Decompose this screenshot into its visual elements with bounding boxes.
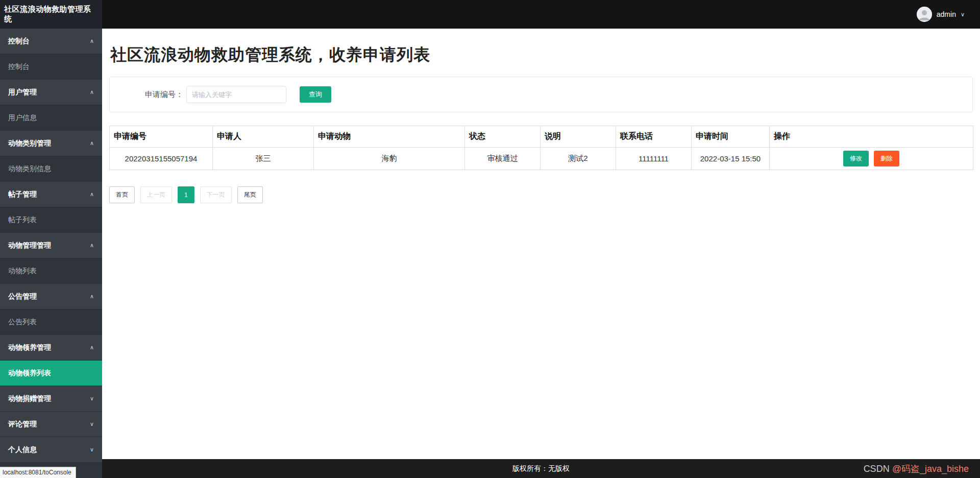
sidebar-group[interactable]: 用户管理∧ — [0, 80, 102, 105]
chevron-up-icon: ∧ — [90, 191, 94, 198]
column-header: 说明 — [541, 126, 616, 148]
sidebar-group-label: 帖子管理 — [8, 190, 37, 199]
copyright-text: 版权所有：无版权 — [512, 464, 570, 473]
sidebar-group-label: 动物类别管理 — [8, 139, 51, 148]
sidebar-group[interactable]: 评论管理∨ — [0, 412, 102, 437]
column-header: 联系电话 — [616, 126, 692, 148]
chevron-down-icon: ∨ — [90, 421, 94, 427]
main-content: 社区流浪动物救助管理系统，收养申请列表 申请编号： 查询 申请编号申请人申请动物… — [102, 29, 980, 459]
table-cell: 2022-03-15 15:50 — [692, 148, 770, 170]
page-button-nav[interactable]: 尾页 — [237, 186, 263, 203]
page-button-nav[interactable]: 下一页 — [200, 186, 232, 203]
page-button-nav[interactable]: 首页 — [109, 186, 135, 203]
chevron-up-icon: ∧ — [90, 38, 94, 44]
chevron-up-icon: ∧ — [90, 293, 94, 300]
sidebar-group-label: 控制台 — [8, 37, 30, 46]
search-button[interactable]: 查询 — [300, 86, 331, 103]
watermark: CSDN @码盗_java_bishe — [864, 463, 969, 475]
sidebar-group-label: 动物捐赠管理 — [8, 394, 51, 403]
table-cell: 11111111 — [616, 148, 692, 170]
sidebar-group-label: 用户管理 — [8, 88, 37, 97]
sidebar-group[interactable]: 动物类别管理∧ — [0, 131, 102, 156]
search-label: 申请编号： — [120, 90, 186, 100]
avatar[interactable] — [917, 7, 932, 22]
page-button-nav[interactable]: 上一页 — [140, 186, 172, 203]
column-header: 状态 — [465, 126, 541, 148]
search-input[interactable] — [186, 86, 286, 103]
sidebar-item[interactable]: 公告列表 — [0, 309, 102, 335]
column-header: 申请人 — [213, 126, 314, 148]
watermark-handle: @码盗_java_bishe — [892, 464, 969, 474]
column-header: 申请动物 — [314, 126, 465, 148]
sidebar-item[interactable]: 帖子列表 — [0, 207, 102, 233]
actions-cell: 修改删除 — [770, 148, 973, 170]
topbar: 社区流浪动物救助管理系统 admin ∨ — [0, 0, 980, 29]
sidebar-group[interactable]: 动物领养管理∧ — [0, 335, 102, 361]
table-cell: 审核通过 — [465, 148, 541, 170]
search-panel: 申请编号： 查询 — [109, 77, 973, 112]
page-title: 社区流浪动物救助管理系统，收养申请列表 — [110, 44, 973, 66]
sidebar-group[interactable]: 公告管理∧ — [0, 284, 102, 309]
sidebar-group[interactable]: 个人信息∨ — [0, 437, 102, 463]
column-header: 申请时间 — [692, 126, 770, 148]
chevron-up-icon: ∧ — [90, 140, 94, 147]
chevron-up-icon: ∧ — [90, 242, 94, 249]
chevron-down-icon: ∨ — [961, 11, 965, 18]
applications-table: 申请编号申请人申请动物状态说明联系电话申请时间操作 20220315155057… — [109, 126, 973, 170]
chevron-up-icon: ∧ — [90, 89, 94, 95]
chevron-down-icon: ∨ — [90, 446, 94, 453]
sidebar-group[interactable]: 动物管理管理∧ — [0, 233, 102, 258]
table-header-row: 申请编号申请人申请动物状态说明联系电话申请时间操作 — [110, 126, 973, 148]
footer: 版权所有：无版权 CSDN @码盗_java_bishe — [102, 459, 980, 478]
pagination: 首页上一页1下一页尾页 — [109, 186, 973, 203]
sidebar-group[interactable]: 动物捐赠管理∨ — [0, 386, 102, 412]
watermark-prefix: CSDN — [864, 464, 892, 474]
sidebar-item[interactable]: 控制台 — [0, 54, 102, 80]
sidebar-item[interactable]: 动物类别信息 — [0, 156, 102, 182]
sidebar-group-label: 公告管理 — [8, 292, 37, 301]
page-button-current[interactable]: 1 — [178, 186, 194, 203]
table-cell: 张三 — [213, 148, 314, 170]
app-title: 社区流浪动物救助管理系统 — [0, 0, 102, 29]
sidebar-group-label: 评论管理 — [8, 420, 37, 429]
column-header: 操作 — [770, 126, 973, 148]
username: admin — [937, 10, 956, 18]
sidebar-group-label: 动物管理管理 — [8, 241, 51, 250]
chevron-down-icon: ∨ — [90, 395, 94, 402]
table-cell: 测试2 — [541, 148, 616, 170]
sidebar-item[interactable]: 动物列表 — [0, 258, 102, 284]
sidebar-group[interactable]: 帖子管理∧ — [0, 182, 102, 207]
edit-button[interactable]: 修改 — [843, 151, 869, 166]
user-avatar-icon — [917, 7, 932, 22]
status-bar-link: localhost:8081/toConsole — [0, 467, 76, 478]
sidebar-group[interactable]: 控制台∧ — [0, 29, 102, 54]
table-row: 20220315155057194张三海豹审核通过测试2111111112022… — [110, 148, 973, 170]
sidebar-menu: 控制台∧控制台用户管理∧用户信息动物类别管理∧动物类别信息帖子管理∧帖子列表动物… — [0, 29, 102, 478]
table-body: 20220315155057194张三海豹审核通过测试2111111112022… — [110, 148, 973, 170]
sidebar-item[interactable]: 用户信息 — [0, 105, 102, 131]
sidebar-item[interactable]: 动物领养列表 — [0, 361, 102, 386]
delete-button[interactable]: 删除 — [874, 151, 899, 166]
table-cell: 20220315155057194 — [110, 148, 213, 170]
sidebar-group-label: 个人信息 — [8, 445, 37, 455]
user-menu[interactable]: admin ∨ — [917, 7, 980, 22]
chevron-up-icon: ∧ — [90, 344, 94, 351]
table-cell: 海豹 — [314, 148, 465, 170]
column-header: 申请编号 — [110, 126, 213, 148]
sidebar-group-label: 动物领养管理 — [8, 343, 51, 352]
